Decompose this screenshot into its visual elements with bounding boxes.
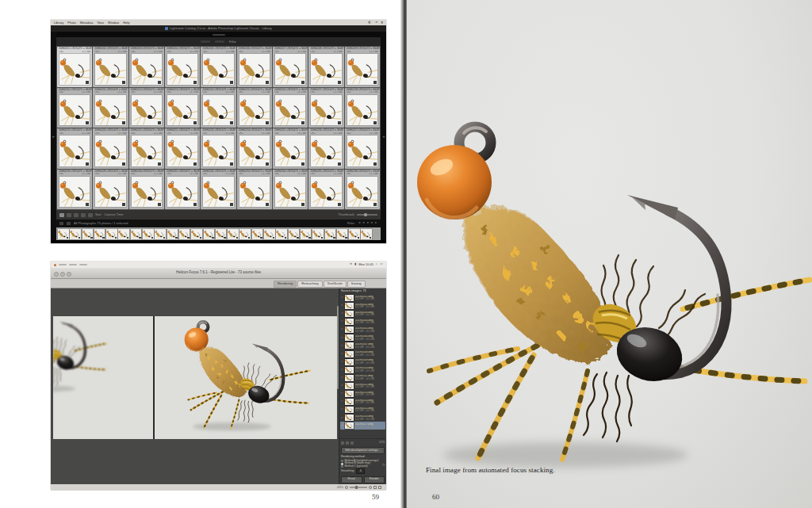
tab-text-scale[interactable]: Text/Scale — [324, 281, 347, 288]
zoom-out-icon[interactable] — [345, 486, 348, 489]
menu-item-library[interactable]: Library — [54, 21, 63, 25]
source-image-panel[interactable] — [53, 316, 153, 439]
filmstrip-thumbnail[interactable] — [228, 229, 239, 239]
filmstrip-thumbnail[interactable] — [252, 229, 263, 239]
cell-thumbnail[interactable] — [311, 136, 341, 166]
search-icon[interactable]: ⌕ — [376, 263, 377, 266]
filmstrip-thumbnail[interactable] — [82, 229, 94, 239]
menu-placeholder[interactable] — [79, 264, 87, 265]
source-file-row[interactable]: ✓20190501.dng13.2 MP - 24.1 MB — [340, 294, 385, 302]
grid-cell[interactable]: 20H0217.CR25472 x 3648CR221.1 MB — [308, 88, 343, 128]
filmstrip-thumbnail[interactable] — [94, 229, 105, 239]
cell-thumbnail[interactable] — [59, 177, 90, 207]
grid-cell[interactable]: 20H0216.CR25472 x 3648CR221.1 MB — [273, 88, 308, 128]
filmstrip-thumbnail[interactable] — [264, 229, 275, 239]
grid-cell[interactable]: 20H0206.CR25472 x 3648CR221.1 MB — [237, 47, 272, 87]
checkbox-checked-icon[interactable]: ✓ — [341, 345, 344, 348]
zoom-slider[interactable] — [350, 487, 367, 488]
cell-thumbnail[interactable] — [59, 136, 90, 166]
cell-thumbnail[interactable] — [347, 177, 377, 207]
tab-retouching[interactable]: Retouching — [297, 281, 322, 288]
source-file-row[interactable]: ✓20190503.dng13.2 MP - 24.1 MB — [340, 310, 385, 318]
filmstrip-thumbnail[interactable] — [179, 229, 190, 239]
cell-thumbnail[interactable] — [95, 136, 125, 166]
grid-cell[interactable]: 20H0215.CR25472 x 3648CR221.1 MB — [237, 88, 272, 128]
grid-cell[interactable]: 20H0219.CR25472 x 3648CR221.1 MB — [57, 128, 92, 169]
grid-cell[interactable]: 20H0224.CR25472 x 3648CR221.1 MB — [237, 128, 272, 169]
grid-cell[interactable]: 20H0203.CR25472 x 3648CR221.1 MB — [129, 47, 164, 87]
menu-item-metadata[interactable]: Metadata — [80, 21, 94, 25]
cell-thumbnail[interactable] — [95, 177, 125, 207]
checkbox-checked-icon[interactable]: ✓ — [341, 337, 344, 340]
menu-item-help[interactable]: Help — [123, 21, 129, 25]
grid-cell[interactable]: 20H0236.CR25472 x 3648CR221.1 MB — [345, 170, 380, 210]
cell-thumbnail[interactable] — [203, 136, 233, 166]
grid-cell[interactable]: 20H0223.CR25472 x 3648CR221.1 MB — [201, 128, 236, 169]
filter-label[interactable]: Filter — [229, 40, 236, 44]
checkbox-checked-icon[interactable]: ✓ — [341, 408, 344, 411]
grid-cell[interactable]: 20H0221.CR25472 x 3648CR221.1 MB — [129, 128, 164, 169]
cell-thumbnail[interactable] — [275, 95, 305, 125]
tab-rendering[interactable]: Rendering — [274, 281, 297, 288]
cell-thumbnail[interactable] — [311, 54, 341, 84]
cell-thumbnail[interactable] — [95, 95, 125, 125]
cell-thumbnail[interactable] — [347, 136, 377, 166]
checkbox-checked-icon[interactable]: ✓ — [341, 328, 344, 331]
source-file-row[interactable]: ✓20190507.dng13.2 MP - 24.1 MB — [340, 342, 385, 349]
grid-cell[interactable]: 20H0204.CR25472 x 3648CR221.1 MB — [165, 47, 200, 87]
thumbnail-size-slider[interactable] — [357, 214, 377, 216]
grid-cell[interactable]: 20H0227.CR25472 x 3648CR221.1 MB — [345, 128, 380, 169]
source-file-row[interactable]: ✓20190502.dng13.2 MP - 24.1 MB — [340, 302, 385, 310]
checkbox-checked-icon[interactable]: ✓ — [341, 392, 344, 395]
filmstrip-thumbnail[interactable] — [337, 229, 348, 239]
checkbox-checked-icon[interactable]: ✓ — [341, 376, 344, 380]
tab-saving[interactable]: Saving — [347, 281, 366, 288]
cell-thumbnail[interactable] — [59, 95, 90, 125]
survey-view-icon[interactable] — [81, 213, 86, 217]
left-panel-collapsed[interactable]: ▸ — [51, 32, 56, 240]
cell-thumbnail[interactable] — [132, 54, 162, 84]
checkbox-checked-icon[interactable]: ✓ — [341, 353, 344, 356]
module-picker-collapsed[interactable] — [56, 32, 381, 37]
menu-item-photo[interactable]: Photo — [67, 21, 75, 25]
source-file-row[interactable]: ✓20190512.dng13.2 MP - 24.1 MB — [340, 382, 385, 390]
grid-cell[interactable]: 20H0218.CR25472 x 3648CR221.1 MB — [345, 88, 380, 128]
grid-cell[interactable]: 20H0230.CR25472 x 3648CR221.1 MB — [129, 170, 164, 210]
source-file-row[interactable]: ✓20190515.dng13.2 MP - 24.1 MB — [340, 406, 385, 414]
source-file-row[interactable]: ✓20190509.dng13.2 MP - 24.1 MB — [340, 358, 385, 366]
cell-thumbnail[interactable] — [239, 54, 270, 84]
source-file-row[interactable]: ✓20190517.dng13.2 MP - 24.1 MB — [340, 422, 385, 430]
fit-screen-icon[interactable] — [373, 486, 377, 489]
canvas-scrollbar[interactable] — [337, 306, 339, 389]
source-file-row[interactable]: ✓20190511.dng13.2 MP - 24.1 MB — [340, 374, 385, 382]
checkbox-checked-icon[interactable]: ✓ — [341, 425, 344, 428]
grid-cell[interactable]: 20H0209.CR25472 x 3648CR221.1 MB — [345, 47, 380, 87]
filmstrip-thumbnail[interactable] — [118, 229, 129, 239]
checkbox-checked-icon[interactable]: ✓ — [341, 417, 344, 420]
filmstrip-thumbnail[interactable] — [143, 229, 154, 239]
filmstrip-thumbnail[interactable] — [276, 229, 287, 239]
filmstrip-thumbnail[interactable] — [289, 229, 300, 239]
smoothing-value[interactable]: 4 — [356, 468, 365, 474]
filmstrip-thumbnail[interactable] — [239, 229, 251, 239]
star-rating-filter[interactable]: ★ ★ ★ ★ ★ — [358, 222, 377, 225]
grid-cell[interactable]: 20H0233.CR25472 x 3648CR221.1 MB — [237, 170, 272, 210]
filmstrip-thumbnail[interactable] — [301, 229, 312, 239]
filmstrip-thumbnail[interactable] — [191, 229, 202, 239]
cell-thumbnail[interactable] — [95, 54, 125, 84]
grid-cell[interactable]: 20H0207.CR25472 x 3648CR221.1 MB — [273, 47, 308, 87]
grid-cell[interactable]: 20H0232.CR25472 x 3648CR221.1 MB — [201, 170, 236, 210]
filmstrip-thumbnail[interactable] — [349, 229, 360, 239]
source-file-row[interactable]: ✓20190508.dng13.2 MP - 24.1 MB — [340, 349, 385, 357]
grid-cell[interactable]: 20H0202.CR25472 x 3648CR221.1 MB — [93, 47, 128, 87]
grid-cell[interactable]: 20H0205.CR25472 x 3648CR221.1 MB — [201, 47, 236, 87]
reset-button[interactable]: Reset — [341, 476, 362, 483]
cell-thumbnail[interactable] — [275, 54, 305, 84]
radio-icon[interactable] — [341, 465, 343, 468]
loupe-view-icon[interactable] — [67, 213, 71, 217]
sort-value[interactable]: Capture Time — [104, 213, 123, 216]
actual-size-icon[interactable] — [378, 486, 381, 489]
checkbox-checked-icon[interactable]: ✓ — [341, 361, 344, 364]
cell-thumbnail[interactable] — [347, 54, 377, 84]
source-file-row[interactable]: ✓20190506.dng13.2 MP - 24.1 MB — [340, 334, 385, 342]
